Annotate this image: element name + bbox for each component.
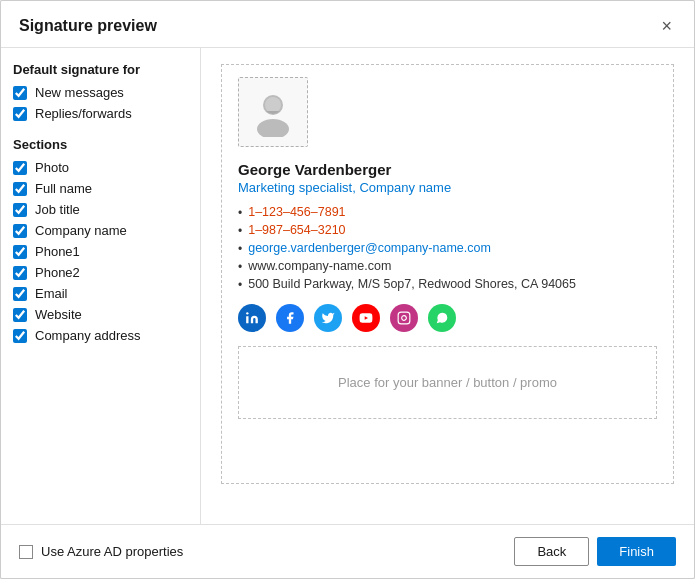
phone1-item[interactable]: Phone1 (13, 244, 188, 259)
sections-label: Sections (13, 137, 188, 152)
sig-email: george.vardenberger@company-name.com (238, 241, 657, 256)
new-messages-checkbox[interactable] (13, 86, 27, 100)
signature-container: George Vardenberger Marketing specialist… (221, 64, 674, 484)
svg-point-2 (265, 97, 281, 113)
avatar-icon (248, 87, 298, 137)
azure-ad-checkbox[interactable] (19, 545, 33, 559)
signature-name: George Vardenberger (238, 161, 657, 178)
company-name-label: Company name (35, 223, 127, 238)
facebook-icon[interactable] (276, 304, 304, 332)
job-title-item[interactable]: Job title (13, 202, 188, 217)
new-messages-label: New messages (35, 85, 124, 100)
full-name-label: Full name (35, 181, 92, 196)
photo-label: Photo (35, 160, 69, 175)
website-checkbox[interactable] (13, 308, 27, 322)
company-address-checkbox[interactable] (13, 329, 27, 343)
instagram-icon[interactable] (390, 304, 418, 332)
website-label: Website (35, 307, 82, 322)
photo-item[interactable]: Photo (13, 160, 188, 175)
default-signature-group: New messages Replies/forwards (13, 85, 188, 121)
replies-forwards-item[interactable]: Replies/forwards (13, 106, 188, 121)
phone1-checkbox[interactable] (13, 245, 27, 259)
finish-button[interactable]: Finish (597, 537, 676, 566)
sig-phone1: 1–123–456–7891 (238, 205, 657, 220)
dialog-footer: Use Azure AD properties Back Finish (1, 524, 694, 578)
svg-point-3 (246, 312, 248, 314)
close-button[interactable]: × (657, 15, 676, 37)
full-name-item[interactable]: Full name (13, 181, 188, 196)
dialog-body: Default signature for New messages Repli… (1, 48, 694, 524)
svg-point-1 (257, 119, 289, 137)
job-title-checkbox[interactable] (13, 203, 27, 217)
banner-placeholder: Place for your banner / button / promo (238, 346, 657, 419)
phone2-label: Phone2 (35, 265, 80, 280)
footer-buttons: Back Finish (514, 537, 676, 566)
signature-title: Marketing specialist, Company name (238, 180, 657, 195)
twitter-icon[interactable] (314, 304, 342, 332)
sections-group: Photo Full name Job title Company name P… (13, 160, 188, 343)
whatsapp-icon[interactable] (428, 304, 456, 332)
photo-checkbox[interactable] (13, 161, 27, 175)
azure-ad-checkbox-label[interactable]: Use Azure AD properties (19, 544, 183, 559)
linkedin-icon[interactable] (238, 304, 266, 332)
right-panel: George Vardenberger Marketing specialist… (201, 48, 694, 524)
left-panel: Default signature for New messages Repli… (1, 48, 201, 524)
phone2-checkbox[interactable] (13, 266, 27, 280)
phone1-label: Phone1 (35, 244, 80, 259)
email-item[interactable]: Email (13, 286, 188, 301)
signature-preview-dialog: Signature preview × Default signature fo… (0, 0, 695, 579)
company-address-label: Company address (35, 328, 141, 343)
signature-info: 1–123–456–7891 1–987–654–3210 george.var… (238, 205, 657, 292)
azure-ad-label: Use Azure AD properties (41, 544, 183, 559)
banner-text: Place for your banner / button / promo (338, 375, 557, 390)
new-messages-item[interactable]: New messages (13, 85, 188, 100)
svg-rect-5 (398, 312, 410, 324)
replies-forwards-label: Replies/forwards (35, 106, 132, 121)
company-address-item[interactable]: Company address (13, 328, 188, 343)
avatar-placeholder (238, 77, 308, 147)
sig-phone2: 1–987–654–3210 (238, 223, 657, 238)
phone2-item[interactable]: Phone2 (13, 265, 188, 280)
full-name-checkbox[interactable] (13, 182, 27, 196)
website-item[interactable]: Website (13, 307, 188, 322)
default-signature-label: Default signature for (13, 62, 188, 77)
email-checkbox[interactable] (13, 287, 27, 301)
company-name-item[interactable]: Company name (13, 223, 188, 238)
youtube-icon[interactable] (352, 304, 380, 332)
social-icons (238, 304, 657, 332)
dialog-header: Signature preview × (1, 1, 694, 48)
email-label: Email (35, 286, 68, 301)
sig-website: www.company-name.com (238, 259, 657, 274)
replies-forwards-checkbox[interactable] (13, 107, 27, 121)
dialog-title: Signature preview (19, 17, 157, 35)
back-button[interactable]: Back (514, 537, 589, 566)
sig-address: 500 Build Parkway, M/S 5op7, Redwood Sho… (238, 277, 657, 292)
company-name-checkbox[interactable] (13, 224, 27, 238)
job-title-label: Job title (35, 202, 80, 217)
